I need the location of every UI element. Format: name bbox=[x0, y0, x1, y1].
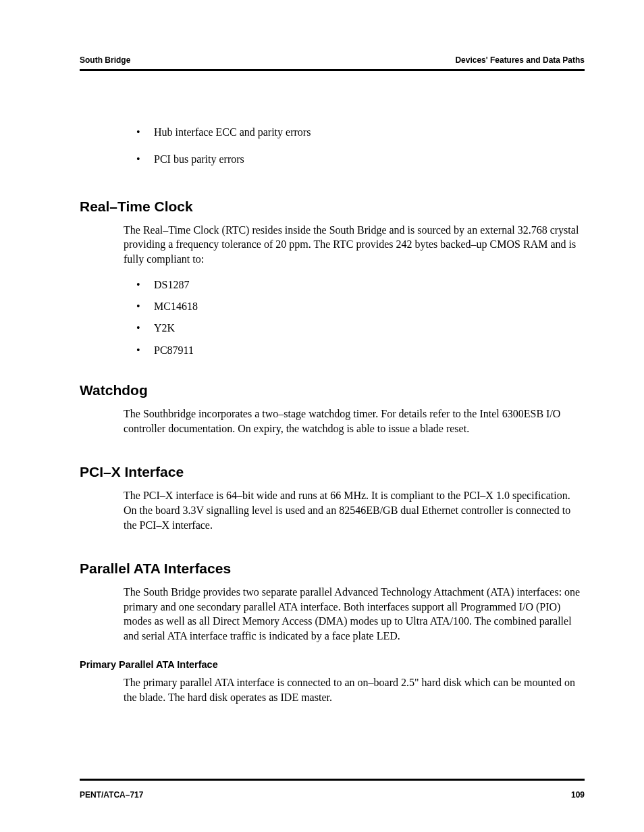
list-item: Y2K bbox=[135, 321, 585, 336]
page-footer: PENT/ATCA–717 109 bbox=[80, 790, 585, 800]
page-header: South Bridge Devices' Features and Data … bbox=[80, 55, 585, 65]
intro-bullet-list: Hub interface ECC and parity errors PCI … bbox=[135, 125, 585, 167]
section-heading-watchdog: Watchdog bbox=[80, 382, 585, 398]
list-item: Hub interface ECC and parity errors bbox=[135, 125, 585, 140]
paragraph: The Real–Time Clock (RTC) resides inside… bbox=[124, 223, 585, 267]
section-heading-pata: Parallel ATA Interfaces bbox=[80, 561, 585, 577]
list-item: PC87911 bbox=[135, 343, 585, 358]
paragraph: The South Bridge provides two separate p… bbox=[124, 585, 585, 643]
footer-rule bbox=[80, 779, 585, 781]
footer-left: PENT/ATCA–717 bbox=[80, 790, 143, 800]
paragraph: The PCI–X interface is 64–bit wide and r… bbox=[124, 488, 585, 532]
header-left: South Bridge bbox=[80, 55, 130, 65]
list-item: MC14618 bbox=[135, 299, 585, 314]
header-rule bbox=[80, 69, 585, 71]
paragraph: The Southbridge incorporates a two–stage… bbox=[124, 407, 585, 436]
list-item: DS1287 bbox=[135, 278, 585, 292]
subsection-heading-primary-pata: Primary Parallel ATA Interface bbox=[80, 659, 585, 670]
section-heading-rtc: Real–Time Clock bbox=[80, 199, 585, 215]
footer-page-number: 109 bbox=[571, 790, 585, 800]
paragraph: The primary parallel ATA interface is co… bbox=[124, 675, 585, 704]
rtc-bullet-list: DS1287 MC14618 Y2K PC87911 bbox=[135, 278, 585, 359]
section-heading-pcix: PCI–X Interface bbox=[80, 464, 585, 480]
list-item: PCI bus parity errors bbox=[135, 152, 585, 167]
header-right: Devices' Features and Data Paths bbox=[455, 55, 585, 65]
